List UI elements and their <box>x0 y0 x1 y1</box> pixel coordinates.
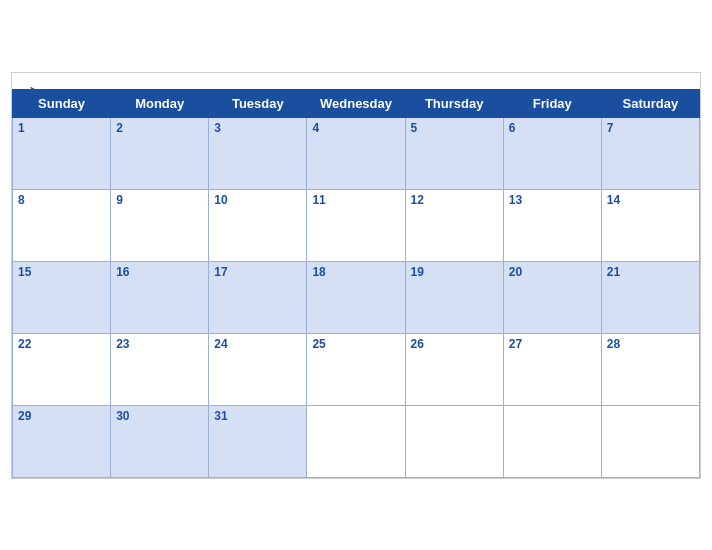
calendar-day-cell <box>405 405 503 477</box>
day-number: 20 <box>509 265 596 279</box>
day-number: 26 <box>411 337 498 351</box>
day-number: 21 <box>607 265 694 279</box>
logo: ➤ <box>28 83 43 101</box>
day-number: 31 <box>214 409 301 423</box>
calendar-week-row: 293031 <box>13 405 700 477</box>
calendar-day-cell <box>601 405 699 477</box>
day-number: 3 <box>214 121 301 135</box>
calendar-day-cell: 13 <box>503 189 601 261</box>
calendar-day-cell: 4 <box>307 117 405 189</box>
day-number: 28 <box>607 337 694 351</box>
calendar-day-cell: 17 <box>209 261 307 333</box>
calendar-day-cell: 26 <box>405 333 503 405</box>
calendar-week-row: 15161718192021 <box>13 261 700 333</box>
calendar-day-cell: 23 <box>111 333 209 405</box>
calendar-day-cell: 31 <box>209 405 307 477</box>
day-number: 10 <box>214 193 301 207</box>
calendar-day-cell: 3 <box>209 117 307 189</box>
calendar-day-cell: 20 <box>503 261 601 333</box>
day-number: 13 <box>509 193 596 207</box>
day-number: 30 <box>116 409 203 423</box>
day-number: 22 <box>18 337 105 351</box>
calendar-week-row: 1234567 <box>13 117 700 189</box>
calendar-day-cell: 14 <box>601 189 699 261</box>
day-number: 11 <box>312 193 399 207</box>
calendar-tbody: 1234567891011121314151617181920212223242… <box>13 117 700 477</box>
calendar-day-cell <box>307 405 405 477</box>
calendar-day-cell: 25 <box>307 333 405 405</box>
weekday-header-friday: Friday <box>503 89 601 117</box>
calendar-day-cell: 19 <box>405 261 503 333</box>
day-number: 12 <box>411 193 498 207</box>
calendar-thead: SundayMondayTuesdayWednesdayThursdayFrid… <box>13 89 700 117</box>
calendar-day-cell: 1 <box>13 117 111 189</box>
weekday-header-tuesday: Tuesday <box>209 89 307 117</box>
calendar-day-cell: 9 <box>111 189 209 261</box>
calendar-day-cell: 22 <box>13 333 111 405</box>
calendar-table: SundayMondayTuesdayWednesdayThursdayFrid… <box>12 89 700 478</box>
day-number: 14 <box>607 193 694 207</box>
day-number: 5 <box>411 121 498 135</box>
day-number: 29 <box>18 409 105 423</box>
calendar-day-cell: 30 <box>111 405 209 477</box>
day-number: 15 <box>18 265 105 279</box>
weekday-header-monday: Monday <box>111 89 209 117</box>
calendar-day-cell: 12 <box>405 189 503 261</box>
day-number: 19 <box>411 265 498 279</box>
day-number: 27 <box>509 337 596 351</box>
day-number: 18 <box>312 265 399 279</box>
calendar-day-cell: 24 <box>209 333 307 405</box>
day-number: 9 <box>116 193 203 207</box>
weekday-header-saturday: Saturday <box>601 89 699 117</box>
calendar-day-cell <box>503 405 601 477</box>
calendar-day-cell: 11 <box>307 189 405 261</box>
calendar-day-cell: 8 <box>13 189 111 261</box>
day-number: 2 <box>116 121 203 135</box>
day-number: 25 <box>312 337 399 351</box>
day-number: 23 <box>116 337 203 351</box>
day-number: 4 <box>312 121 399 135</box>
calendar-day-cell: 16 <box>111 261 209 333</box>
calendar-day-cell: 18 <box>307 261 405 333</box>
day-number: 16 <box>116 265 203 279</box>
day-number: 24 <box>214 337 301 351</box>
calendar-day-cell: 27 <box>503 333 601 405</box>
calendar-header: ➤ <box>12 73 700 89</box>
weekday-header-thursday: Thursday <box>405 89 503 117</box>
calendar-day-cell: 29 <box>13 405 111 477</box>
calendar: ➤ SundayMondayTuesdayWednesdayThursdayFr… <box>11 72 701 479</box>
calendar-week-row: 891011121314 <box>13 189 700 261</box>
calendar-day-cell: 7 <box>601 117 699 189</box>
weekday-header-wednesday: Wednesday <box>307 89 405 117</box>
calendar-day-cell: 15 <box>13 261 111 333</box>
day-number: 7 <box>607 121 694 135</box>
calendar-week-row: 22232425262728 <box>13 333 700 405</box>
day-number: 17 <box>214 265 301 279</box>
calendar-day-cell: 10 <box>209 189 307 261</box>
weekday-header-row: SundayMondayTuesdayWednesdayThursdayFrid… <box>13 89 700 117</box>
day-number: 6 <box>509 121 596 135</box>
day-number: 8 <box>18 193 105 207</box>
day-number: 1 <box>18 121 105 135</box>
logo-bird-icon: ➤ <box>28 83 43 101</box>
calendar-day-cell: 2 <box>111 117 209 189</box>
calendar-day-cell: 21 <box>601 261 699 333</box>
calendar-day-cell: 6 <box>503 117 601 189</box>
calendar-day-cell: 5 <box>405 117 503 189</box>
calendar-day-cell: 28 <box>601 333 699 405</box>
